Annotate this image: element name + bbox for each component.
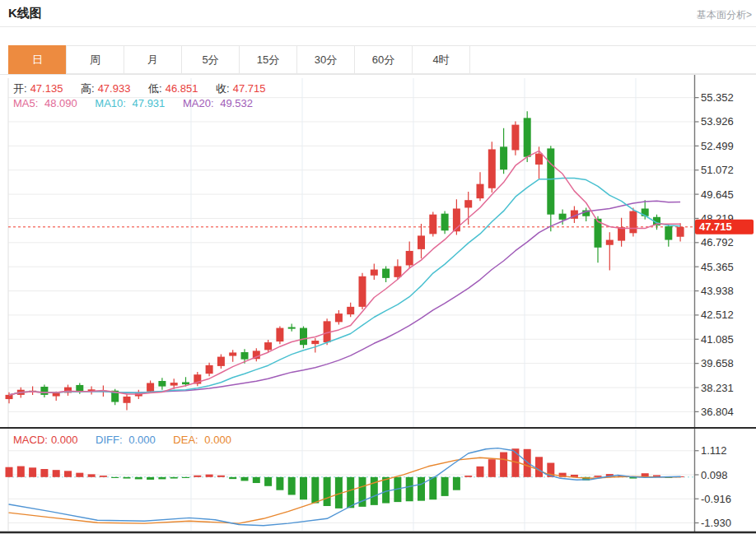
macd-pane: [6, 448, 695, 526]
macd-bar: [88, 474, 96, 476]
candle-down: [382, 269, 390, 278]
candle-up: [618, 227, 625, 240]
candle-down: [288, 327, 296, 329]
macd-bar: [217, 476, 225, 477]
tab-week[interactable]: 周: [66, 45, 124, 74]
macd-bar: [441, 477, 449, 496]
diff-label: DIFF:: [96, 434, 123, 446]
macd-legend: MACD:0.000 DIFF: 0.000 DEA: 0.000: [13, 434, 246, 446]
svg-text:46.792: 46.792: [701, 236, 734, 248]
overlays: 47.715: [0, 75, 756, 533]
macd-bar: [453, 477, 460, 490]
macd-bar: [53, 470, 60, 477]
candle-down: [547, 148, 554, 214]
svg-text:51.072: 51.072: [701, 164, 734, 176]
tab-month[interactable]: 月: [124, 45, 182, 74]
tab-30min[interactable]: 30分: [296, 45, 355, 74]
close-value: 47.715: [233, 82, 266, 95]
tab-row-filler: [469, 45, 756, 74]
svg-text:42.512: 42.512: [701, 309, 734, 321]
candle-down: [300, 328, 307, 346]
svg-text:0.098: 0.098: [701, 469, 728, 481]
candles-group: [6, 111, 695, 410]
macd-bar: [147, 477, 154, 480]
ma20-label: MA20:: [183, 97, 214, 109]
macd-bar: [406, 477, 413, 501]
tab-day[interactable]: 日: [8, 45, 67, 74]
macd-bar: [170, 477, 178, 479]
ma5-label: MA5:: [13, 97, 38, 109]
tab-5min[interactable]: 5分: [181, 45, 240, 74]
dea-value: 0.000: [204, 434, 231, 446]
high-label: 高:: [81, 82, 95, 95]
macd-bar: [311, 477, 319, 504]
macd-bar: [595, 476, 602, 477]
macd-bar: [382, 477, 390, 504]
ma5-value: 48.090: [44, 97, 77, 109]
candle-up: [53, 392, 60, 396]
candle-down: [182, 382, 189, 384]
candle-down: [76, 385, 83, 392]
ma20-line: [9, 201, 680, 395]
candle-up: [147, 383, 154, 391]
svg-text:53.926: 53.926: [701, 115, 734, 128]
candle-up: [488, 149, 496, 188]
macd-bar: [124, 477, 131, 479]
candle-up: [406, 251, 413, 265]
candle-down: [241, 352, 249, 360]
candle-up: [677, 227, 684, 237]
candle-up: [206, 365, 213, 374]
macd-bar: [347, 477, 354, 508]
close-label: 收:: [216, 82, 230, 95]
candle-down: [40, 387, 48, 395]
ohlc-legend: 开:47.135 高:47.933 低:46.851 收:47.715: [13, 81, 280, 96]
svg-text:-1.930: -1.930: [701, 517, 731, 529]
macd-bar: [111, 477, 119, 478]
candle-up: [264, 342, 272, 350]
candle-up: [394, 266, 401, 276]
axes: 55.35253.92652.49951.07249.64548.21946.7…: [8, 74, 734, 532]
macd-bar: [418, 477, 425, 501]
ma10-label: MA10:: [95, 97, 126, 109]
macd-bar: [488, 459, 496, 477]
open-value: 47.135: [30, 82, 63, 95]
tab-4hour[interactable]: 4时: [412, 45, 470, 74]
macd-bar: [100, 476, 107, 477]
macd-bar: [429, 477, 436, 499]
candle-up: [347, 307, 354, 314]
macd-bar: [300, 477, 307, 499]
candle-down: [524, 118, 531, 156]
macd-bar: [253, 477, 260, 483]
macd-bar: [371, 477, 378, 505]
tab-60min[interactable]: 60分: [354, 45, 413, 74]
macd-bar: [264, 477, 272, 486]
diff-value: 0.000: [128, 434, 156, 446]
macd-bar: [194, 476, 201, 477]
macd-bar: [64, 471, 72, 476]
macd-bar: [241, 477, 249, 481]
macd-bar: [135, 477, 142, 480]
page-title: K线图: [8, 6, 42, 21]
kline-page: K线图 基本面分析> 日 周 月 5分 15分 30分 60分 4时 开:47.…: [0, 0, 756, 534]
macd-bar: [288, 477, 296, 495]
macd-bar: [182, 477, 189, 478]
svg-text:52.499: 52.499: [701, 140, 734, 152]
ma20-value: 49.532: [220, 97, 253, 109]
high-value: 47.933: [98, 82, 131, 95]
macd-bar: [17, 467, 25, 477]
kline-chart-canvas[interactable]: 55.35253.92652.49951.07249.64548.21946.7…: [0, 0, 756, 534]
ma-legend: MA5: 48.090 MA10: 47.931 MA20: 49.532: [13, 97, 268, 109]
macd-bar: [464, 476, 472, 477]
svg-text:-0.916: -0.916: [701, 493, 731, 505]
dea-label: DEA:: [173, 434, 198, 446]
svg-text:49.645: 49.645: [701, 188, 734, 201]
svg-text:55.352: 55.352: [701, 91, 734, 104]
candle-up: [311, 341, 319, 344]
macd-bar: [206, 475, 213, 477]
tab-15min[interactable]: 15分: [239, 45, 297, 74]
svg-text:39.658: 39.658: [701, 357, 734, 369]
candle-up: [535, 154, 543, 165]
fundamental-analysis-link[interactable]: 基本面分析>: [697, 8, 752, 22]
low-label: 低:: [148, 82, 162, 95]
macd-bar: [324, 477, 331, 506]
